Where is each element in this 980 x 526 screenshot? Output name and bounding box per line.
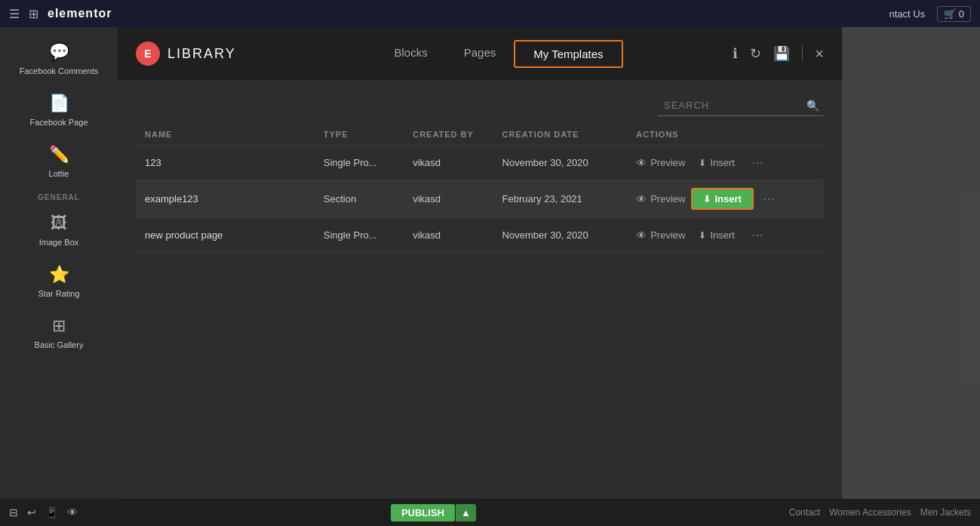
row3-preview-btn[interactable]: 👁 Preview — [636, 229, 685, 241]
modal-nav: Blocks Pages My Templates — [266, 40, 733, 68]
row2-created-by: vikasd — [413, 193, 502, 205]
col-header-creation-date: CREATION DATE — [502, 130, 637, 139]
library-logo: E LIBRARY — [136, 42, 236, 66]
sidebar-item-lottie[interactable]: ✏️ Lottie — [0, 136, 118, 187]
publish-button[interactable]: PUBLISH — [391, 504, 455, 521]
lottie-icon: ✏️ — [49, 145, 69, 165]
search-input[interactable] — [658, 95, 824, 116]
eye-icon: 👁 — [636, 193, 647, 205]
bottom-nav-items: Contact Women Accessories Men Jackets — [789, 507, 971, 518]
bottom-bar-icons: ⊟ ↩ 📱 👁 — [9, 506, 78, 518]
modal-body: 🔍 NAME TYPE CREATED BY CREATION DATE ACT… — [118, 80, 842, 499]
download-icon-green: ⬇ — [703, 194, 711, 205]
library-modal: E LIBRARY Blocks Pages My Templates ℹ ↻ … — [118, 27, 842, 499]
save-button[interactable]: 💾 — [773, 45, 790, 62]
table-row: 123 Single Pro... vikasd November 30, 20… — [136, 146, 824, 180]
publish-group: PUBLISH ▲ — [391, 504, 476, 521]
facebook-page-icon: 📄 — [49, 94, 69, 113]
modal-header: E LIBRARY Blocks Pages My Templates ℹ ↻ … — [118, 27, 842, 80]
row1-more-btn[interactable]: ⋯ — [751, 155, 763, 170]
search-input-wrapper: 🔍 — [658, 95, 824, 116]
star-rating-icon: ⭐ — [49, 265, 69, 285]
sidebar-item-basic-gallery[interactable]: ⊞ Basic Gallery — [0, 307, 118, 358]
image-box-icon: 🖼 — [51, 214, 67, 233]
bottom-nav-men[interactable]: Men Jackets — [920, 507, 971, 518]
table-row: new product page Single Pro... vikasd No… — [136, 218, 824, 253]
row2-actions-container: 👁 Preview ⬇ Insert ⋯ — [636, 188, 815, 210]
download-icon: ⬇ — [699, 230, 706, 241]
search-icon-button[interactable]: 🔍 — [806, 100, 819, 112]
row2-name: example123 — [145, 193, 324, 205]
responsive-icon[interactable]: 📱 — [45, 506, 58, 518]
table-container: NAME TYPE CREATED BY CREATION DATE ACTIO… — [118, 124, 842, 499]
view-icon[interactable]: 👁 — [67, 506, 78, 518]
row2-more-btn[interactable]: ⋯ — [763, 192, 775, 206]
row3-creation-date: November 30, 2020 — [502, 229, 637, 241]
row3-insert-btn[interactable]: ⬇ Insert — [691, 226, 742, 245]
eye-icon: 👁 — [636, 157, 647, 169]
row1-preview-btn[interactable]: 👁 Preview — [636, 157, 685, 169]
modal-header-actions: ℹ ↻ 💾 × — [733, 45, 824, 63]
info-button[interactable]: ℹ — [733, 45, 738, 62]
tab-my-templates[interactable]: My Templates — [514, 40, 622, 68]
sidebar-item-label-facebook-comments: Facebook Comments — [20, 66, 99, 75]
tab-blocks[interactable]: Blocks — [376, 40, 446, 68]
download-icon: ⬇ — [699, 158, 706, 168]
layers-icon[interactable]: ⊟ — [9, 506, 18, 518]
bottom-bar: ⊟ ↩ 📱 👁 PUBLISH ▲ Contact Women Accessor… — [0, 499, 980, 526]
header-divider — [802, 46, 803, 61]
top-bar-logo: elementor — [48, 7, 112, 20]
sidebar-item-facebook-comments[interactable]: 💬 Facebook Comments — [0, 33, 118, 85]
row2-insert-btn[interactable]: ⬇ Insert — [691, 188, 753, 210]
row3-actions-container: 👁 Preview ⬇ Insert ⋯ — [636, 226, 815, 245]
bottom-nav-contact[interactable]: Contact — [789, 507, 820, 518]
sidebar-item-facebook-page[interactable]: 📄 Facebook Page — [0, 85, 118, 136]
top-bar-right: ntact Us 🛒 0 — [889, 6, 971, 22]
eye-icon: 👁 — [636, 229, 647, 241]
publish-arrow-button[interactable]: ▲ — [456, 504, 476, 521]
top-bar-nav-contact[interactable]: ntact Us — [889, 8, 925, 20]
row3-created-by: vikasd — [413, 229, 502, 241]
tab-pages[interactable]: Pages — [446, 40, 515, 68]
row2-actions: 👁 Preview ⬇ Insert ⋯ — [636, 188, 815, 210]
sidebar-item-image-box[interactable]: 🖼 Image Box — [0, 205, 118, 256]
bottom-nav-women[interactable]: Women Accessories — [829, 507, 911, 518]
col-header-name: NAME — [145, 130, 324, 139]
sidebar-item-label-star-rating: Star Rating — [38, 289, 79, 298]
sidebar-item-label-lottie: Lottie — [49, 169, 69, 178]
sidebar-item-label-basic-gallery: Basic Gallery — [35, 340, 84, 349]
sidebar-section-general: GENERAL — [0, 187, 118, 205]
modal-overlay: E LIBRARY Blocks Pages My Templates ℹ ↻ … — [118, 27, 980, 499]
top-bar-left: ☰ ⊞ elementor — [9, 7, 112, 21]
hamburger-icon[interactable]: ☰ — [9, 7, 20, 21]
basic-gallery-icon: ⊞ — [52, 316, 66, 336]
top-bar-cart[interactable]: 🛒 0 — [937, 6, 971, 22]
sidebar: 💬 Facebook Comments 📄 Facebook Page ✏️ L… — [0, 27, 118, 499]
close-button[interactable]: × — [815, 45, 824, 63]
row1-actions: 👁 Preview ⬇ Insert ⋯ — [636, 153, 815, 172]
history-icon[interactable]: ↩ — [27, 506, 36, 518]
facebook-comments-icon: 💬 — [49, 42, 69, 62]
row3-actions: 👁 Preview ⬇ Insert ⋯ — [636, 226, 815, 245]
library-logo-icon: E — [136, 42, 160, 66]
sidebar-item-star-rating[interactable]: ⭐ Star Rating — [0, 256, 118, 307]
row1-creation-date: November 30, 2020 — [502, 157, 637, 168]
row3-more-btn[interactable]: ⋯ — [751, 228, 763, 242]
library-title: LIBRARY — [167, 46, 236, 62]
row3-name: new product page — [145, 229, 324, 241]
sidebar-item-label-facebook-page: Facebook Page — [29, 118, 88, 127]
grid-icon[interactable]: ⊞ — [29, 7, 38, 21]
table-row: example123 Section vikasd February 23, 2… — [136, 180, 824, 218]
row3-type: Single Pro... — [324, 229, 413, 241]
sidebar-item-label-image-box: Image Box — [39, 238, 79, 247]
row1-insert-btn[interactable]: ⬇ Insert — [691, 153, 742, 172]
table-header: NAME TYPE CREATED BY CREATION DATE ACTIO… — [136, 124, 824, 146]
row1-type: Single Pro... — [324, 157, 413, 168]
col-header-actions: ACTIONS — [636, 130, 815, 139]
col-header-created-by: CREATED BY — [413, 130, 502, 139]
top-bar: ☰ ⊞ elementor ntact Us 🛒 0 — [0, 0, 980, 27]
row1-name: 123 — [145, 157, 324, 168]
row2-creation-date: February 23, 2021 — [502, 193, 637, 205]
sync-button[interactable]: ↻ — [750, 45, 761, 62]
row2-preview-btn[interactable]: 👁 Preview — [636, 193, 685, 205]
